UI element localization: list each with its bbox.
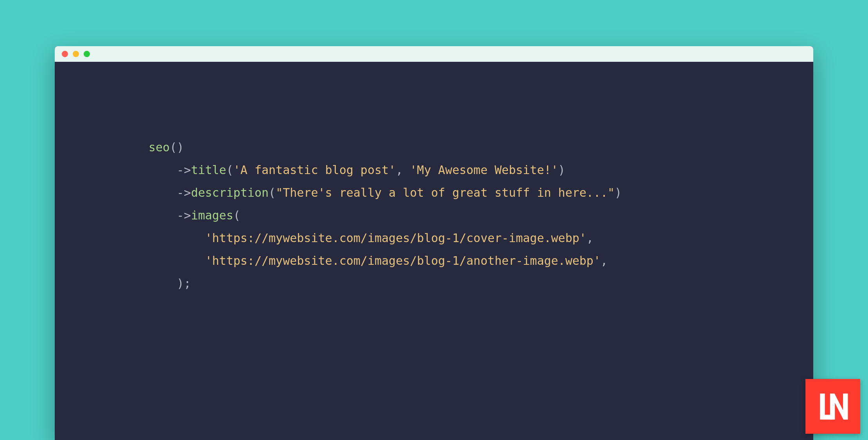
open-paren: (	[226, 163, 233, 177]
comma: ,	[396, 163, 410, 177]
code-line: 'https://mywebsite.com/images/blog-1/cov…	[149, 227, 813, 250]
parentheses: ()	[170, 140, 184, 154]
minimize-icon[interactable]	[73, 51, 79, 57]
code-window: seo() ->title('A fantastic blog post', '…	[55, 46, 813, 440]
method-name: description	[191, 186, 269, 199]
close-paren: )	[615, 186, 622, 199]
open-paren: (	[233, 208, 240, 222]
code-line: );	[149, 272, 813, 295]
close-paren-semicolon: );	[177, 277, 191, 290]
string-literal: 'https://mywebsite.com/images/blog-1/ano…	[205, 254, 601, 268]
code-line: ->title('A fantastic blog post', 'My Awe…	[149, 159, 813, 181]
string-literal: 'My Awesome Website!'	[410, 163, 558, 177]
code-line: 'https://mywebsite.com/images/blog-1/ano…	[149, 250, 813, 272]
arrow-operator: ->	[177, 163, 191, 177]
code-line: ->description("There's really a lot of g…	[149, 181, 813, 204]
ln-logo-icon	[814, 388, 852, 425]
window-titlebar	[55, 46, 813, 62]
code-editor: seo() ->title('A fantastic blog post', '…	[55, 62, 813, 295]
code-line: seo()	[149, 136, 813, 159]
open-paren: (	[269, 186, 276, 199]
code-line: ->images(	[149, 204, 813, 227]
comma: ,	[586, 231, 594, 245]
close-paren: )	[558, 163, 565, 177]
string-literal: 'https://mywebsite.com/images/blog-1/cov…	[205, 231, 586, 245]
arrow-operator: ->	[177, 208, 191, 222]
close-icon[interactable]	[62, 51, 68, 57]
string-literal: 'A fantastic blog post'	[233, 163, 396, 177]
function-name: seo	[149, 140, 170, 154]
arrow-operator: ->	[177, 186, 191, 199]
method-name: images	[191, 208, 233, 222]
comma: ,	[601, 254, 608, 268]
method-name: title	[191, 163, 226, 177]
maximize-icon[interactable]	[84, 51, 90, 57]
string-literal: "There's really a lot of great stuff in …	[276, 186, 615, 199]
brand-logo	[805, 379, 860, 434]
